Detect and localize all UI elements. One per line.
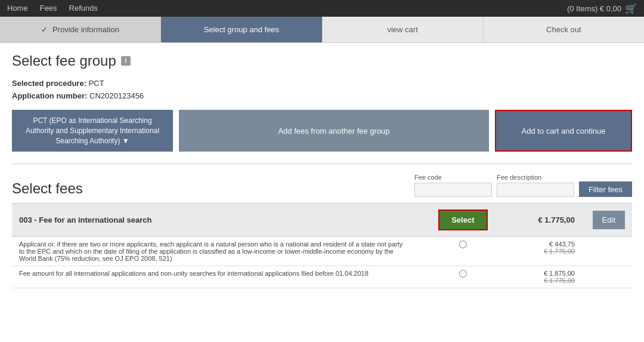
progress-step-provide-info[interactable]: ✓ Provide information [0,17,161,42]
sub-fee-amount-2: € 1.875,00 € 1.775,00 [513,266,582,288]
cart-info-text: (0 Items) € 0,00 [567,4,621,13]
table-row: Fee amount for all international applica… [12,266,632,288]
progress-step-select-group[interactable]: Select group and fees [161,17,322,42]
edit-fee-btn[interactable]: Edit [593,211,625,229]
page-title: Select fee group i [12,53,632,69]
nav-fees[interactable]: Fees [40,0,57,17]
table-row: 003 - Fee for an international search Se… [12,204,632,237]
sub-fee-radio-2-cell [413,266,513,288]
select-fees-header: Select fees Fee code Fee description Fil… [12,174,632,197]
fee-group-dropdown-btn[interactable]: PCT (EPO as International Searching Auth… [12,110,173,152]
sub-fee-edit-2 [582,266,632,288]
fee-group-bar: PCT (EPO as International Searching Auth… [12,110,632,152]
nav-home[interactable]: Home [7,0,28,17]
cart-icon[interactable]: 🛒 [625,3,637,14]
sub-fee-edit-1 [582,237,632,266]
nav-refunds[interactable]: Refunds [69,0,98,17]
progress-bar: ✓ Provide information Select group and f… [0,17,644,43]
divider [12,164,632,164]
filter-fees-btn[interactable]: Filter fees [579,181,632,197]
checkmark-icon: ✓ [41,25,48,34]
progress-step-checkout[interactable]: Check out [484,17,644,42]
progress-step-view-cart[interactable]: view cart [323,17,484,42]
nav-links: Home Fees Refunds [7,0,98,17]
table-row: Applicant or, if there are two or more a… [12,237,632,266]
top-nav: Home Fees Refunds (0 Items) € 0,00 🛒 [0,0,644,17]
sub-fee-radio-1[interactable] [459,241,467,248]
main-content: Select fee group i Selected procedure: P… [0,43,644,298]
fee-amount-cell: € 1.775,00 [513,204,582,237]
fee-edit-cell: Edit [582,204,632,237]
fee-code-label: Fee code [414,174,492,181]
application-number-row: Application number: CN2020123456 [12,91,632,100]
sub-fee-amount-1: € 443,75 € 1.775,00 [513,237,582,266]
cart-summary: (0 Items) € 0,00 🛒 [567,3,637,14]
select-fees-title: Select fees [12,180,83,197]
select-fee-btn[interactable]: Select [438,209,487,230]
add-fees-btn[interactable]: Add fees from another fee group [179,110,489,152]
sub-fee-description-2: Fee amount for all international applica… [12,266,413,288]
fee-select-cell: Select [413,204,513,237]
fee-description-input[interactable] [497,183,574,197]
fee-description-field: Fee description [497,174,574,197]
filter-area: Fee code Fee description Filter fees [414,174,632,197]
sub-fee-radio-2[interactable] [459,270,467,278]
sub-fee-radio-1-cell [413,237,513,266]
info-icon[interactable]: i [121,56,131,66]
fee-description-label: Fee description [497,174,574,181]
selected-procedure-row: Selected procedure: PCT [12,79,632,88]
fee-code-cell: 003 - Fee for an international search [12,204,413,237]
sub-fee-description-1: Applicant or, if there are two or more a… [12,237,413,266]
fee-code-input[interactable] [414,183,492,197]
add-to-cart-btn[interactable]: Add to cart and continue [495,110,632,152]
fee-table: 003 - Fee for an international search Se… [12,203,632,288]
fee-code-field: Fee code [414,174,492,197]
